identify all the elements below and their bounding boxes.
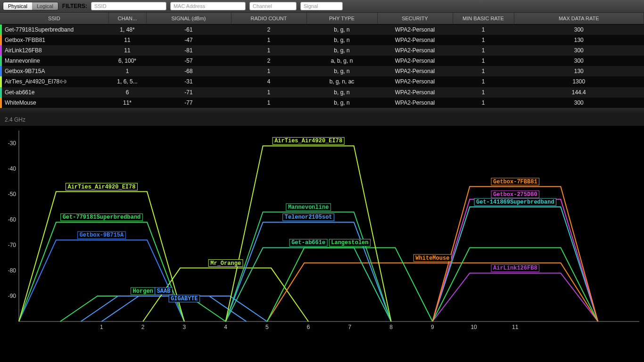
cell-maxrate: 300: [514, 25, 644, 35]
svg-text:2: 2: [141, 324, 145, 330]
svg-text:4: 4: [224, 324, 227, 330]
svg-text:GIGABYTE: GIGABYTE: [171, 296, 198, 302]
svg-text:AirTies_Air4920_EI78: AirTies_Air4920_EI78: [67, 183, 135, 190]
table-row[interactable]: Get-779181Superbredband1, 48*-612b, g, n…: [0, 25, 644, 35]
svg-text:5: 5: [265, 324, 269, 330]
cell-maxrate: 130: [514, 35, 644, 45]
cell-minrate: 1: [453, 98, 514, 108]
filter-mac-input[interactable]: [170, 2, 246, 10]
svg-text:Get-141869Superbredband: Get-141869Superbredband: [476, 199, 554, 206]
cell-maxrate: 144.4: [514, 87, 644, 98]
table-row[interactable]: WhiteMouse11*-771b, g, nWPA2-Personal130…: [0, 98, 644, 108]
svg-text:-70: -70: [8, 242, 17, 248]
cell-security: WPA2-Personal: [377, 98, 453, 108]
column-header[interactable]: PHY TYPE: [306, 13, 377, 25]
svg-text:Mr_Orange: Mr_Orange: [210, 260, 241, 266]
svg-text:Getbox-7FBB81: Getbox-7FBB81: [493, 179, 537, 185]
svg-text:8: 8: [389, 324, 393, 330]
cell-phy: b, g, n: [306, 66, 377, 76]
svg-text:-80: -80: [8, 267, 17, 274]
svg-text:Telenor2105sot: Telenor2105sot: [285, 214, 332, 221]
table-row[interactable]: Getbox-7FBB8111-471b, g, nWPA2-Personal1…: [0, 35, 644, 45]
svg-text:11: 11: [512, 324, 519, 330]
cell-channel: 1: [108, 66, 146, 76]
filters-label: FILTERS:: [62, 3, 87, 9]
tab-physical[interactable]: Physical: [3, 2, 32, 10]
svg-text:1: 1: [100, 324, 103, 330]
svg-text:-60: -60: [8, 216, 17, 223]
filter-channel-input[interactable]: [249, 2, 297, 10]
svg-text:SAAB: SAAB: [157, 288, 171, 295]
cell-phy: b, g, n: [306, 45, 377, 56]
table-row[interactable]: AirLink126FB811-811b, g, nWPA2-Personal1…: [0, 45, 644, 56]
cell-phy: b, g, n: [306, 87, 377, 98]
svg-text:Get-ab661e: Get-ab661e: [291, 239, 325, 246]
cell-channel: 11: [108, 35, 146, 45]
cell-minrate: 1: [453, 35, 514, 45]
cell-security: WPA2-Personal: [377, 87, 453, 98]
cell-channel: 6: [108, 87, 146, 98]
spectrum-chart: -30-40-50-60-70-80-901234567891011Horgen…: [0, 126, 644, 336]
svg-text:7: 7: [348, 324, 352, 330]
svg-text:AirTies_Air4920_EI78: AirTies_Air4920_EI78: [274, 138, 342, 144]
cell-minrate: 1: [453, 76, 514, 87]
table-row[interactable]: Get-ab661e6-711b, g, nWPA2-Personal1144.…: [0, 87, 644, 98]
cell-security: WPA2-Personal: [377, 35, 453, 45]
tab-logical[interactable]: Logical: [32, 2, 58, 10]
filter-signal-input[interactable]: [300, 2, 343, 10]
svg-text:-50: -50: [8, 191, 17, 197]
cell-minrate: 1: [453, 56, 514, 66]
svg-text:WhiteMouse: WhiteMouse: [415, 255, 449, 262]
table-row[interactable]: AirTies_Air4920_EI781, 6, 5...-314b, g, …: [0, 76, 644, 87]
svg-text:10: 10: [471, 324, 477, 330]
cell-signal: -31: [146, 76, 231, 87]
column-header[interactable]: RADIO COUNT: [231, 13, 306, 25]
cell-minrate: 1: [453, 25, 514, 35]
cell-channel: 11*: [108, 98, 146, 108]
cell-maxrate: 300: [514, 56, 644, 66]
cell-security: WPA2-Personal: [377, 25, 453, 35]
table-row[interactable]: Getbox-9B715A1-681b, g, nWPA2-Personal11…: [0, 66, 644, 76]
cell-phy: a, b, g, n: [306, 56, 377, 66]
cell-channel: 1, 48*: [108, 25, 146, 35]
cell-minrate: 1: [453, 45, 514, 56]
cell-security: WPA2-Personal: [377, 56, 453, 66]
cell-signal: -77: [146, 98, 231, 108]
svg-text:-30: -30: [8, 140, 17, 147]
column-header[interactable]: CHAN...: [108, 13, 146, 25]
column-header[interactable]: SECURITY: [377, 13, 453, 25]
cell-security: WPA2-Personal: [377, 45, 453, 56]
cell-signal: -68: [146, 66, 231, 76]
filter-ssid-input[interactable]: [91, 2, 166, 10]
cell-radiocount: 1: [231, 66, 306, 76]
cell-radiocount: 2: [231, 56, 306, 66]
cell-maxrate: 300: [514, 98, 644, 108]
cell-ssid: WhiteMouse: [0, 98, 108, 108]
column-header[interactable]: SIGNAL (dBm): [146, 13, 231, 25]
band-label: 2.4 GHz: [0, 114, 644, 126]
link-icon: [59, 79, 68, 85]
column-header[interactable]: SSID: [0, 13, 108, 25]
svg-text:Horgen: Horgen: [133, 288, 153, 295]
cell-signal: -71: [146, 87, 231, 98]
svg-text:Mannevonline: Mannevonline: [288, 204, 329, 211]
cell-signal: -57: [146, 56, 231, 66]
column-header[interactable]: MAX DATA RATE: [514, 13, 644, 25]
cell-security: WPA2-Personal: [377, 66, 453, 76]
cell-ssid: AirLink126FB8: [0, 45, 108, 56]
svg-text:-40: -40: [8, 165, 17, 172]
cell-ssid: Get-779181Superbredband: [0, 25, 108, 35]
svg-text:-90: -90: [8, 293, 17, 299]
column-header[interactable]: MIN BASIC RATE: [453, 13, 514, 25]
cell-signal: -81: [146, 45, 231, 56]
cell-signal: -47: [146, 35, 231, 45]
cell-radiocount: 4: [231, 76, 306, 87]
cell-radiocount: 2: [231, 25, 306, 35]
table-row[interactable]: Mannevonline6, 100*-572a, b, g, nWPA2-Pe…: [0, 56, 644, 66]
cell-ssid: Mannevonline: [0, 56, 108, 66]
cell-channel: 1, 6, 5...: [108, 76, 146, 87]
svg-text:AirLink126FB8: AirLink126FB8: [493, 265, 537, 272]
cell-security: WPA2-Personal: [377, 76, 453, 87]
cell-maxrate: 300: [514, 45, 644, 56]
cell-maxrate: 1300: [514, 76, 644, 87]
